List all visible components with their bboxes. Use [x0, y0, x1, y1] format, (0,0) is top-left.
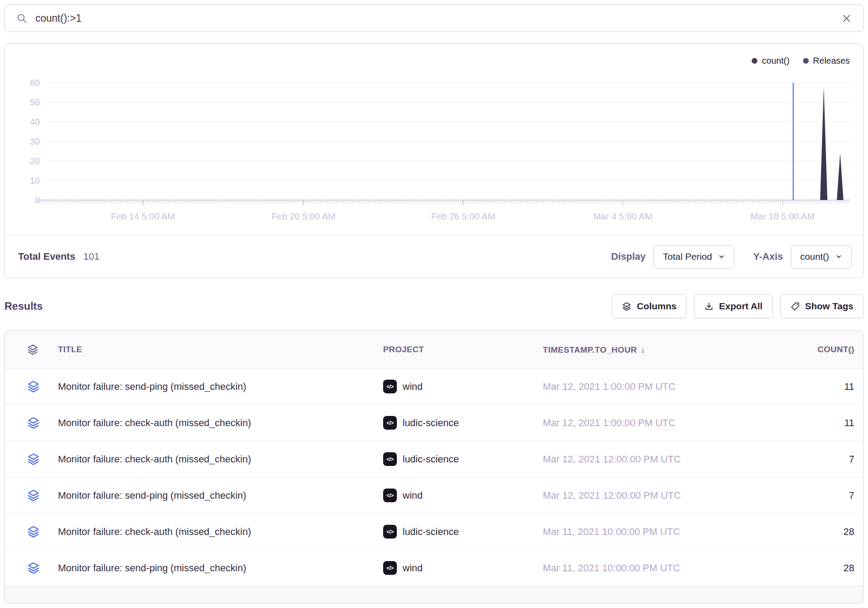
table-footer: [5, 586, 863, 603]
search-bar[interactable]: [4, 4, 864, 32]
timestamp-cell: Mar 12, 2021 1:00:00 PM UTC: [543, 381, 748, 393]
row-icon-cell: [27, 489, 58, 502]
row-icon-cell: [27, 380, 58, 393]
event-title-cell[interactable]: Monitor failure: check-auth (missed_chec…: [58, 454, 383, 465]
stack-icon[interactable]: [27, 416, 40, 429]
event-title-cell[interactable]: Monitor failure: check-auth (missed_chec…: [58, 526, 383, 538]
project-cell[interactable]: </> ludic-science: [383, 452, 543, 466]
row-icon-cell: [27, 416, 58, 429]
show-tags-button[interactable]: Show Tags: [780, 294, 864, 318]
events-chart[interactable]: 0102030405060Feb 14 5:00 AMFeb 20 5:00 A…: [5, 70, 863, 227]
table-body: Monitor failure: send-ping (missed_check…: [5, 368, 863, 586]
display-label: Display: [611, 251, 645, 262]
svg-text:Mar 4 5:00 AM: Mar 4 5:00 AM: [593, 211, 652, 221]
yaxis-select-value: count(): [800, 251, 829, 262]
legend-label-count: count(): [762, 56, 789, 66]
column-header-timestamp[interactable]: TIMESTAMP.TO_HOUR↓: [543, 345, 748, 355]
download-icon: [704, 302, 714, 311]
row-icon-cell: [27, 453, 58, 466]
button-label: Columns: [637, 301, 676, 312]
project-name: ludic-science: [403, 454, 459, 465]
legend-item-count[interactable]: count(): [752, 56, 789, 66]
event-title-cell[interactable]: Monitor failure: send-ping (missed_check…: [58, 381, 383, 393]
legend-dot-releases-icon: [803, 58, 809, 64]
project-platform-icon: </>: [383, 561, 397, 575]
svg-text:Mar 10 5:00 AM: Mar 10 5:00 AM: [751, 211, 815, 221]
results-title: Results: [4, 300, 43, 312]
project-cell[interactable]: </> wind: [383, 561, 543, 575]
button-label: Show Tags: [805, 301, 853, 312]
row-icon-cell: [27, 562, 58, 574]
button-label: Export All: [719, 301, 762, 312]
svg-text:20: 20: [30, 156, 40, 166]
timestamp-cell: Mar 12, 2021 12:00:00 PM UTC: [543, 454, 748, 465]
project-platform-icon: </>: [383, 452, 397, 466]
clear-search-icon[interactable]: [841, 13, 852, 23]
svg-text:40: 40: [30, 117, 40, 127]
count-cell: 11: [748, 381, 854, 393]
legend-dot-count-icon: [752, 58, 757, 64]
header-icon-cell: [27, 344, 58, 355]
tag-icon: [791, 302, 800, 311]
column-header-project[interactable]: PROJECT: [383, 345, 543, 354]
results-buttons: Columns Export All Show Tags: [612, 294, 864, 318]
column-header-title[interactable]: TITLE: [58, 345, 383, 354]
svg-text:60: 60: [30, 78, 40, 88]
stack-icon: [622, 302, 631, 311]
search-icon: [16, 13, 27, 24]
export-all-button[interactable]: Export All: [694, 294, 772, 318]
chart-legend: count() Releases: [5, 44, 863, 70]
project-cell[interactable]: </> ludic-science: [383, 525, 543, 539]
project-platform-icon: </>: [383, 525, 397, 539]
display-select-value: Total Period: [663, 251, 712, 262]
stack-icon[interactable]: [27, 489, 40, 502]
project-name: ludic-science: [403, 526, 459, 538]
table-header-row: TITLE PROJECT TIMESTAMP.TO_HOUR↓ COUNT(): [5, 331, 863, 368]
event-title-cell[interactable]: Monitor failure: check-auth (missed_chec…: [58, 417, 383, 429]
project-platform-icon: </>: [383, 416, 397, 430]
event-title-cell[interactable]: Monitor failure: send-ping (missed_check…: [58, 490, 383, 501]
project-cell[interactable]: </> ludic-science: [383, 416, 543, 430]
table-row: Monitor failure: send-ping (missed_check…: [5, 477, 863, 513]
stack-icon[interactable]: [27, 380, 40, 393]
chevron-down-icon: [835, 253, 842, 260]
count-cell: 28: [748, 562, 854, 574]
timestamp-cell: Mar 11, 2021 10:00:00 PM UTC: [543, 526, 748, 538]
column-header-timestamp-label: TIMESTAMP.TO_HOUR: [543, 345, 637, 354]
project-name: wind: [403, 562, 422, 574]
stack-icon[interactable]: [27, 525, 40, 538]
project-platform-icon: </>: [383, 380, 397, 393]
project-name: wind: [403, 381, 422, 393]
stack-icon[interactable]: [27, 562, 40, 574]
timestamp-cell: Mar 12, 2021 12:00:00 PM UTC: [543, 490, 748, 501]
count-cell: 7: [748, 454, 854, 465]
display-select[interactable]: Total Period: [653, 245, 734, 269]
count-cell: 7: [748, 490, 854, 501]
results-table: TITLE PROJECT TIMESTAMP.TO_HOUR↓ COUNT()…: [4, 331, 864, 604]
svg-text:Feb 14 5:00 AM: Feb 14 5:00 AM: [111, 211, 175, 221]
timestamp-cell: Mar 11, 2021 10:00:00 PM UTC: [543, 562, 748, 574]
column-header-count[interactable]: COUNT(): [748, 345, 854, 354]
project-cell[interactable]: </> wind: [383, 380, 543, 393]
table-row: Monitor failure: check-auth (missed_chec…: [5, 404, 863, 441]
project-cell[interactable]: </> wind: [383, 489, 543, 502]
project-name: wind: [403, 490, 422, 501]
legend-label-releases: Releases: [813, 56, 850, 66]
columns-button[interactable]: Columns: [612, 294, 687, 318]
yaxis-select[interactable]: count(): [791, 245, 852, 269]
project-platform-icon: </>: [383, 489, 397, 502]
table-row: Monitor failure: check-auth (missed_chec…: [5, 513, 863, 550]
table-row: Monitor failure: send-ping (missed_check…: [5, 550, 863, 586]
project-name: ludic-science: [403, 417, 459, 429]
svg-text:30: 30: [30, 137, 40, 146]
count-cell: 28: [748, 526, 854, 538]
chevron-down-icon: [718, 253, 725, 260]
stack-icon[interactable]: [27, 453, 40, 466]
table-row: Monitor failure: send-ping (missed_check…: [5, 368, 863, 404]
yaxis-label: Y-Axis: [753, 251, 783, 262]
svg-text:50: 50: [30, 97, 40, 107]
legend-item-releases[interactable]: Releases: [803, 56, 850, 66]
timestamp-cell: Mar 12, 2021 1:00:00 PM UTC: [543, 417, 748, 429]
search-input[interactable]: [35, 12, 834, 25]
event-title-cell[interactable]: Monitor failure: send-ping (missed_check…: [58, 562, 383, 574]
